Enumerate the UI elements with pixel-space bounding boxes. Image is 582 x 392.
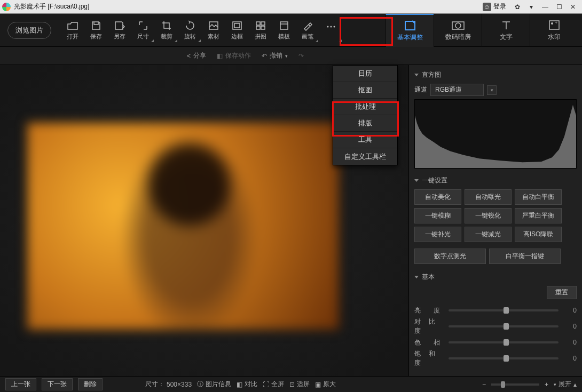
info-icon: ⓘ	[197, 380, 203, 389]
menu-calendar[interactable]: 日历	[333, 66, 397, 82]
slider-thumb[interactable]	[504, 355, 509, 362]
login-button[interactable]: ☺ 登录	[483, 2, 506, 11]
svg-rect-14	[549, 21, 559, 29]
slider-track[interactable]	[449, 341, 559, 343]
tool-crop[interactable]: 裁剪	[155, 15, 178, 45]
slider-track[interactable]	[449, 325, 559, 327]
size-info: 尺寸：500×333	[145, 380, 192, 389]
btn-spot-meter[interactable]: 数字点测光	[414, 249, 486, 264]
save-action-button[interactable]: ◧保存动作	[217, 51, 251, 60]
slider-track[interactable]	[449, 357, 559, 359]
reset-button[interactable]: 重置	[547, 286, 577, 299]
tool-collage[interactable]: 拼图	[249, 15, 272, 45]
svg-rect-4	[261, 22, 265, 25]
crop-icon	[161, 20, 172, 31]
slider-0: 亮 度0	[414, 302, 577, 318]
expand-button[interactable]: ▾展开▴	[554, 380, 577, 389]
histogram-header[interactable]: 直方图	[414, 70, 577, 79]
zoom-in-button[interactable]: +	[545, 381, 548, 388]
close-icon[interactable]: ✕	[566, 2, 580, 12]
compare-button[interactable]: ◧对比	[237, 380, 257, 389]
btn-severe-wb[interactable]: 严重白平衡	[515, 208, 562, 223]
share-icon: <	[187, 52, 191, 60]
tool-material[interactable]: 素材	[202, 15, 225, 45]
tool-frame[interactable]: 边框	[225, 15, 249, 45]
svg-rect-2	[234, 23, 240, 28]
fullscreen-button[interactable]: ⛶全屏	[263, 380, 284, 389]
image-info-button[interactable]: ⓘ图片信息	[197, 380, 231, 389]
browse-button[interactable]: 浏览图片	[7, 22, 51, 39]
histogram	[414, 99, 577, 169]
image-canvas[interactable]	[27, 122, 340, 330]
maximize-icon[interactable]: ☐	[552, 2, 566, 12]
compare-icon: ◧	[237, 381, 242, 388]
settings-icon[interactable]: ✿	[510, 2, 524, 12]
quickset-header[interactable]: 一键设置	[414, 176, 577, 185]
tool-template[interactable]: 模板	[272, 15, 296, 45]
slider-1: 对 比 度0	[414, 318, 577, 334]
btn-fill-light[interactable]: 一键补光	[414, 227, 461, 242]
basic-header[interactable]: 基本	[414, 273, 577, 282]
camera-icon	[451, 19, 465, 31]
btn-oneclick-blur[interactable]: 一键模糊	[414, 208, 461, 223]
minimize-icon[interactable]: —	[538, 2, 552, 12]
tool-saveas[interactable]: 另存	[108, 15, 131, 45]
brush-icon	[302, 20, 313, 31]
channel-label: 通道	[414, 85, 427, 94]
chevron-down-icon: ▾	[285, 53, 288, 59]
slider-thumb[interactable]	[504, 339, 509, 346]
menu-customize[interactable]: 自定义工具栏	[333, 148, 397, 165]
channel-select[interactable]: RGB通道	[430, 84, 484, 96]
btn-auto-beauty[interactable]: 自动美化	[414, 189, 461, 205]
btn-auto-exposure[interactable]: 自动曝光	[465, 189, 512, 205]
menu-layout[interactable]: 排版	[333, 115, 397, 132]
tool-open[interactable]: 打开	[61, 15, 84, 45]
next-button[interactable]: 下一张	[42, 378, 73, 390]
tool-size[interactable]: 尺寸	[131, 15, 155, 45]
zoom-thumb[interactable]	[501, 381, 505, 388]
tool-save[interactable]: 保存	[84, 15, 108, 45]
btn-high-iso[interactable]: 高ISO降噪	[515, 227, 562, 242]
menu-batch[interactable]: 批处理	[333, 99, 397, 115]
main-area: 日历 抠图 批处理 排版 工具 自定义工具栏 直方图 通道 RGB通道 ▾ 一键…	[0, 65, 582, 376]
tool-more[interactable]: ...	[319, 15, 343, 45]
resize-icon	[137, 20, 149, 31]
dropdown-icon[interactable]: ▾	[524, 2, 538, 12]
more-icon	[325, 21, 337, 33]
prev-button[interactable]: 上一张	[5, 378, 36, 390]
btn-reduce-light[interactable]: 一键减光	[465, 227, 512, 242]
tool-rotate[interactable]: 旋转	[178, 15, 202, 45]
material-icon	[208, 20, 219, 31]
delete-button[interactable]: 删除	[78, 378, 103, 390]
chevron-up-icon: ▴	[573, 381, 577, 388]
undo-button[interactable]: ↶撤销▾	[262, 51, 288, 60]
tab-basic-adjust[interactable]: 基本调整	[386, 14, 434, 47]
more-dropdown: 日历 抠图 批处理 排版 工具 自定义工具栏	[333, 65, 398, 165]
btn-auto-wb[interactable]: 自动白平衡	[515, 189, 562, 205]
slider-value: 0	[564, 355, 577, 362]
side-panel: 直方图 通道 RGB通道 ▾ 一键设置 自动美化 自动曝光 自动白平衡 一键模糊…	[408, 65, 582, 376]
btn-oneclick-sharpen[interactable]: 一键锐化	[465, 208, 512, 223]
tab-darkroom[interactable]: 数码暗房	[434, 14, 482, 47]
slider-thumb[interactable]	[504, 307, 509, 314]
zoom-out-button[interactable]: −	[482, 381, 486, 388]
slider-label: 亮 度	[414, 306, 443, 315]
original-size-button[interactable]: ▣原大	[315, 380, 336, 389]
menu-cutout[interactable]: 抠图	[333, 82, 397, 99]
channel-dropdown-button[interactable]: ▾	[487, 85, 497, 95]
svg-marker-17	[415, 105, 576, 168]
tab-text[interactable]: 文字	[482, 14, 530, 47]
zoom-slider[interactable]	[491, 383, 539, 386]
btn-wb-onekey[interactable]: 白平衡一指键	[489, 249, 561, 264]
share-button[interactable]: <分享	[187, 51, 206, 60]
svg-point-10	[334, 26, 335, 27]
slider-track[interactable]	[449, 309, 559, 311]
slider-thumb[interactable]	[504, 323, 509, 330]
fit-button[interactable]: ⊡适屏	[289, 380, 310, 389]
redo-button[interactable]: ↷	[298, 52, 304, 60]
svg-rect-3	[256, 22, 260, 25]
tool-brush[interactable]: 画笔	[296, 15, 319, 45]
tab-watermark[interactable]: + 水印	[530, 14, 578, 47]
svg-rect-7	[280, 22, 288, 29]
menu-tools[interactable]: 工具	[333, 132, 397, 148]
